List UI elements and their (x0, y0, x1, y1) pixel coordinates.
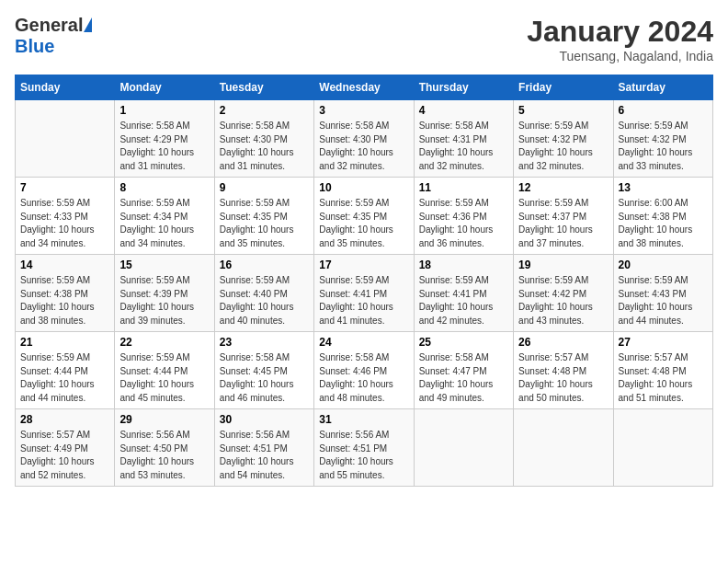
header: General Blue January 2024 Tuensang, Naga… (15, 15, 713, 63)
calendar-cell (16, 100, 115, 178)
calendar-cell (414, 409, 513, 487)
weekday-header: Monday (115, 75, 214, 100)
day-info: Sunrise: 5:57 AM Sunset: 4:49 PM Dayligh… (20, 429, 109, 482)
day-info: Sunrise: 5:59 AM Sunset: 4:41 PM Dayligh… (419, 274, 508, 327)
logo-blue-text: Blue (15, 36, 54, 57)
calendar-cell: 18Sunrise: 5:59 AM Sunset: 4:41 PM Dayli… (414, 255, 513, 332)
day-info: Sunrise: 5:59 AM Sunset: 4:40 PM Dayligh… (220, 274, 309, 327)
calendar-cell: 9Sunrise: 5:59 AM Sunset: 4:35 PM Daylig… (214, 178, 313, 255)
day-info: Sunrise: 5:58 AM Sunset: 4:47 PM Dayligh… (419, 351, 508, 405)
day-info: Sunrise: 5:59 AM Sunset: 4:39 PM Dayligh… (119, 274, 209, 327)
calendar-cell: 14Sunrise: 5:59 AM Sunset: 4:38 PM Dayli… (16, 255, 115, 332)
calendar-cell: 16Sunrise: 5:59 AM Sunset: 4:40 PM Dayli… (214, 255, 313, 332)
calendar-cell: 15Sunrise: 5:59 AM Sunset: 4:39 PM Dayli… (115, 255, 214, 332)
day-number: 11 (419, 181, 508, 194)
calendar-cell (613, 409, 712, 487)
day-info: Sunrise: 5:59 AM Sunset: 4:36 PM Dayligh… (419, 197, 508, 250)
day-info: Sunrise: 5:58 AM Sunset: 4:30 PM Dayligh… (220, 120, 309, 173)
day-info: Sunrise: 5:56 AM Sunset: 4:51 PM Dayligh… (220, 429, 309, 482)
calendar-week-row: 21Sunrise: 5:59 AM Sunset: 4:44 PM Dayli… (16, 332, 713, 409)
calendar-cell: 24Sunrise: 5:58 AM Sunset: 4:46 PM Dayli… (314, 332, 414, 409)
location-text: Tuensang, Nagaland, India (527, 49, 713, 63)
calendar-table: SundayMondayTuesdayWednesdayThursdayFrid… (15, 75, 713, 487)
calendar-week-row: 14Sunrise: 5:59 AM Sunset: 4:38 PM Dayli… (16, 255, 713, 332)
day-number: 19 (518, 259, 608, 271)
day-number: 22 (119, 336, 209, 349)
day-info: Sunrise: 6:00 AM Sunset: 4:38 PM Dayligh… (619, 197, 708, 250)
day-number: 3 (319, 104, 408, 117)
day-number: 31 (319, 413, 408, 426)
day-info: Sunrise: 5:59 AM Sunset: 4:35 PM Dayligh… (319, 197, 408, 250)
calendar-cell: 2Sunrise: 5:58 AM Sunset: 4:30 PM Daylig… (214, 100, 313, 178)
day-number: 14 (20, 259, 109, 271)
calendar-cell (514, 409, 613, 487)
weekday-header: Tuesday (214, 75, 313, 100)
day-number: 9 (220, 181, 309, 194)
weekday-header: Friday (514, 75, 613, 100)
day-number: 28 (20, 413, 109, 426)
day-info: Sunrise: 5:59 AM Sunset: 4:35 PM Dayligh… (220, 197, 309, 250)
calendar-cell: 6Sunrise: 5:59 AM Sunset: 4:32 PM Daylig… (613, 100, 712, 178)
day-info: Sunrise: 5:59 AM Sunset: 4:44 PM Dayligh… (20, 351, 109, 405)
day-number: 1 (119, 104, 209, 117)
calendar-cell: 20Sunrise: 5:59 AM Sunset: 4:43 PM Dayli… (613, 255, 712, 332)
calendar-cell: 5Sunrise: 5:59 AM Sunset: 4:32 PM Daylig… (514, 100, 613, 178)
calendar-cell: 1Sunrise: 5:58 AM Sunset: 4:29 PM Daylig… (115, 100, 214, 178)
calendar-cell: 8Sunrise: 5:59 AM Sunset: 4:34 PM Daylig… (115, 178, 214, 255)
day-info: Sunrise: 5:58 AM Sunset: 4:46 PM Dayligh… (319, 351, 408, 405)
day-number: 30 (220, 413, 309, 426)
day-number: 20 (619, 259, 708, 271)
weekday-header-row: SundayMondayTuesdayWednesdayThursdayFrid… (16, 75, 713, 100)
day-info: Sunrise: 5:59 AM Sunset: 4:33 PM Dayligh… (20, 197, 109, 250)
calendar-cell: 13Sunrise: 6:00 AM Sunset: 4:38 PM Dayli… (613, 178, 712, 255)
calendar-cell: 31Sunrise: 5:56 AM Sunset: 4:51 PM Dayli… (314, 409, 414, 487)
weekday-header: Saturday (613, 75, 712, 100)
day-number: 17 (319, 259, 408, 271)
day-info: Sunrise: 5:59 AM Sunset: 4:34 PM Dayligh… (119, 197, 209, 250)
calendar-cell: 4Sunrise: 5:58 AM Sunset: 4:31 PM Daylig… (414, 100, 513, 178)
calendar-cell: 7Sunrise: 5:59 AM Sunset: 4:33 PM Daylig… (16, 178, 115, 255)
day-info: Sunrise: 5:59 AM Sunset: 4:37 PM Dayligh… (518, 197, 608, 250)
logo-general-text: General (15, 15, 83, 36)
calendar-cell: 30Sunrise: 5:56 AM Sunset: 4:51 PM Dayli… (214, 409, 313, 487)
logo-arrow-icon (84, 17, 92, 32)
day-number: 13 (619, 181, 708, 194)
calendar-cell: 12Sunrise: 5:59 AM Sunset: 4:37 PM Dayli… (514, 178, 613, 255)
day-info: Sunrise: 5:59 AM Sunset: 4:32 PM Dayligh… (518, 120, 608, 173)
calendar-week-row: 28Sunrise: 5:57 AM Sunset: 4:49 PM Dayli… (16, 409, 713, 487)
day-number: 25 (419, 336, 508, 349)
day-number: 6 (619, 104, 708, 117)
day-number: 29 (119, 413, 209, 426)
calendar-cell: 29Sunrise: 5:56 AM Sunset: 4:50 PM Dayli… (115, 409, 214, 487)
day-info: Sunrise: 5:59 AM Sunset: 4:44 PM Dayligh… (119, 351, 209, 405)
calendar-cell: 17Sunrise: 5:59 AM Sunset: 4:41 PM Dayli… (314, 255, 414, 332)
day-info: Sunrise: 5:57 AM Sunset: 4:48 PM Dayligh… (619, 351, 708, 405)
calendar-week-row: 1Sunrise: 5:58 AM Sunset: 4:29 PM Daylig… (16, 100, 713, 178)
day-number: 23 (220, 336, 309, 349)
day-info: Sunrise: 5:57 AM Sunset: 4:48 PM Dayligh… (518, 351, 608, 405)
day-number: 26 (518, 336, 608, 349)
weekday-header: Thursday (414, 75, 513, 100)
calendar-cell: 19Sunrise: 5:59 AM Sunset: 4:42 PM Dayli… (514, 255, 613, 332)
day-info: Sunrise: 5:59 AM Sunset: 4:38 PM Dayligh… (20, 274, 109, 327)
calendar-cell: 23Sunrise: 5:58 AM Sunset: 4:45 PM Dayli… (214, 332, 313, 409)
day-info: Sunrise: 5:59 AM Sunset: 4:32 PM Dayligh… (619, 120, 708, 173)
day-number: 7 (20, 181, 109, 194)
day-info: Sunrise: 5:56 AM Sunset: 4:51 PM Dayligh… (319, 429, 408, 482)
day-number: 18 (419, 259, 508, 271)
day-info: Sunrise: 5:58 AM Sunset: 4:29 PM Dayligh… (119, 120, 209, 173)
day-number: 27 (619, 336, 708, 349)
calendar-cell: 26Sunrise: 5:57 AM Sunset: 4:48 PM Dayli… (514, 332, 613, 409)
day-number: 8 (119, 181, 209, 194)
day-info: Sunrise: 5:59 AM Sunset: 4:42 PM Dayligh… (518, 274, 608, 327)
calendar-cell: 10Sunrise: 5:59 AM Sunset: 4:35 PM Dayli… (314, 178, 414, 255)
calendar-cell: 21Sunrise: 5:59 AM Sunset: 4:44 PM Dayli… (16, 332, 115, 409)
day-number: 16 (220, 259, 309, 271)
calendar-week-row: 7Sunrise: 5:59 AM Sunset: 4:33 PM Daylig… (16, 178, 713, 255)
day-info: Sunrise: 5:59 AM Sunset: 4:43 PM Dayligh… (619, 274, 708, 327)
day-info: Sunrise: 5:58 AM Sunset: 4:30 PM Dayligh… (319, 120, 408, 173)
day-info: Sunrise: 5:58 AM Sunset: 4:45 PM Dayligh… (220, 351, 309, 405)
day-number: 2 (220, 104, 309, 117)
day-number: 10 (319, 181, 408, 194)
day-info: Sunrise: 5:59 AM Sunset: 4:41 PM Dayligh… (319, 274, 408, 327)
